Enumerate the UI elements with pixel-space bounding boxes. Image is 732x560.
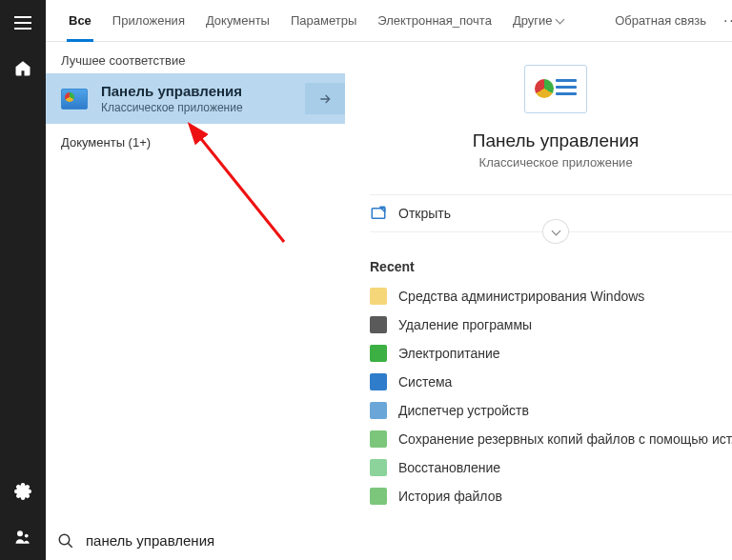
control-panel-icon [61,89,88,110]
tab-email[interactable]: Электронная_почта [368,0,501,42]
preview-title: Панель управления [370,130,732,151]
recent-item[interactable]: Средства администрирования Windows [370,282,732,310]
settings-gear-icon[interactable] [0,469,46,514]
svg-rect-0 [14,16,31,18]
recent-item[interactable]: История файлов [370,482,732,510]
expand-chevron-icon[interactable] [542,219,569,244]
tab-apps[interactable]: Приложения [103,0,194,42]
left-rail [0,0,46,560]
recent-item[interactable]: Восстановление [370,453,732,482]
folder-icon [370,288,387,305]
svg-line-9 [68,543,72,548]
backup-icon [370,430,387,448]
tab-documents[interactable]: Документы [196,0,279,42]
results-column: Лучшее соответствие Панель управления Кл… [46,42,345,520]
best-match-label: Лучшее соответствие [46,42,345,73]
overflow-menu-icon[interactable]: ··· [716,12,732,30]
recent-list: Средства администрирования Windows Удале… [370,282,732,510]
tab-all[interactable]: Все [59,0,101,42]
svg-point-4 [17,530,23,536]
svg-point-5 [25,534,29,538]
recent-item[interactable]: Удаление программы [370,310,732,339]
uninstall-icon [370,316,387,333]
home-icon[interactable] [0,46,46,91]
chevron-down-icon [557,13,563,28]
preview-app-icon [524,65,587,113]
recovery-icon [370,459,387,476]
arrow-right-icon[interactable] [305,83,345,114]
best-match-subtitle: Классическое приложение [101,101,305,114]
recent-item[interactable]: Система [370,368,732,396]
svg-rect-2 [14,28,31,30]
user-profile-icon[interactable] [0,514,46,560]
recent-item[interactable]: Электропитание [370,339,732,368]
recent-item[interactable]: Сохранение резервных копий файлов с помо… [370,425,732,453]
search-icon [57,532,74,550]
best-match-item[interactable]: Панель управления Классическое приложени… [46,73,345,124]
device-manager-icon [370,402,387,419]
hamburger-icon[interactable] [0,0,46,46]
search-input[interactable]: панель управления [86,532,732,549]
file-history-icon [370,488,387,505]
system-icon [370,373,387,390]
preview-pane: Панель управления Классическое приложени… [345,42,732,520]
power-icon [370,345,387,362]
search-bar: панель управления [46,520,732,560]
tab-bar: Все Приложения Документы Параметры Элект… [46,0,732,42]
best-match-title: Панель управления [101,83,305,99]
main-area: Все Приложения Документы Параметры Элект… [46,0,732,560]
tab-settings[interactable]: Параметры [281,0,366,42]
tab-more[interactable]: Другие [503,0,573,42]
documents-group[interactable]: Документы (1+) [46,124,345,161]
open-label: Открыть [398,206,451,221]
preview-subtitle: Классическое приложение [370,155,732,170]
feedback-link[interactable]: Обратная связь [607,13,714,28]
svg-point-8 [59,534,70,545]
recent-item[interactable]: Диспетчер устройств [370,396,732,425]
recent-heading: Recent [370,259,732,274]
svg-rect-1 [14,22,31,24]
